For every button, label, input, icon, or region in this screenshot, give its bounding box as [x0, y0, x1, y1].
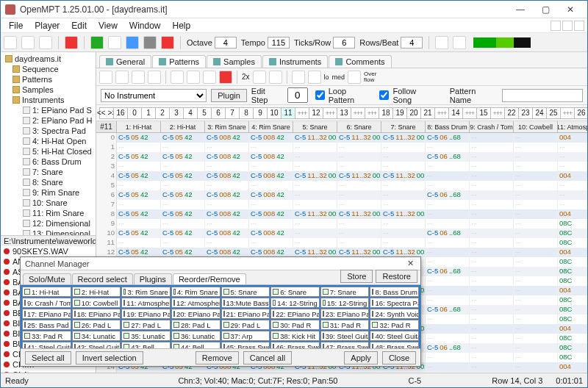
tab-general[interactable]: General [99, 55, 151, 68]
cm-channel[interactable]: 27: Pad L [121, 320, 171, 330]
pattern-cell[interactable]: ··· [514, 248, 558, 257]
pattern-cell[interactable]: ··· [514, 171, 558, 181]
seq-cell[interactable]: 0 [127, 107, 142, 119]
pattern-cell[interactable]: C-500842 [205, 152, 249, 162]
channel-grid[interactable]: 1: Hi-Hat2: Hi-Hat3: Rim Snare4: Rim Sna… [21, 285, 420, 348]
pattern-cell[interactable]: C-50542 [161, 209, 205, 219]
patname-input[interactable] [502, 89, 583, 102]
pattern-cell[interactable]: C-500842 [249, 209, 293, 219]
pattern-cell[interactable]: C-500842 [205, 190, 249, 200]
pattern-cell[interactable]: ··· [161, 238, 205, 248]
pattern-cell[interactable]: ··· [426, 257, 470, 267]
pattern-cell[interactable]: ··· [117, 181, 161, 190]
pattern-cell[interactable]: ··· [426, 372, 470, 373]
tab-samples[interactable]: Samples [207, 55, 262, 68]
tool-icon[interactable] [292, 71, 305, 84]
pattern-cell[interactable]: ··· [470, 229, 514, 238]
seq-cell[interactable]: 2 [155, 107, 170, 119]
cm-channel[interactable]: 38: Kick Hit [270, 331, 320, 341]
tool-icon[interactable] [99, 71, 112, 84]
record-icon[interactable] [219, 71, 232, 84]
pattern-cell[interactable]: 08C [558, 305, 587, 315]
cm-channel[interactable]: 10: Cowbell [72, 298, 121, 308]
channel-header[interactable]: 1: Hi-Hat [117, 121, 161, 132]
pattern-cell[interactable]: ··· [337, 162, 381, 171]
menu-window[interactable]: Window [124, 20, 166, 32]
seq-cell[interactable]: +++ [434, 107, 449, 119]
cm-channel[interactable]: 33: Pad R [22, 331, 71, 341]
menu-file[interactable]: File [4, 20, 28, 32]
seq-cell[interactable]: +++ [490, 107, 505, 119]
pattern-cell[interactable]: ··· [426, 248, 470, 257]
seq-cell[interactable]: 9 [253, 107, 268, 119]
cm-channel[interactable]: 19: EPiano Pad [121, 309, 171, 319]
pattern-cell[interactable]: ··· [426, 295, 470, 305]
seq-cell[interactable]: 10 [267, 107, 282, 119]
tool-icon[interactable] [187, 71, 200, 84]
pattern-cell[interactable]: ··· [249, 143, 293, 152]
pattern-cell[interactable]: ··· [470, 334, 514, 343]
pattern-cell[interactable]: ··· [470, 305, 514, 315]
play-pattern-button[interactable] [108, 36, 121, 49]
tree-instrument[interactable]: 9: Rim Snare [2, 187, 94, 198]
pattern-cell[interactable]: ··· [470, 152, 514, 162]
channel-header[interactable]: 3: Rim Snare [205, 121, 249, 132]
pattern-cell[interactable]: ··· [293, 143, 337, 152]
pattern-cell[interactable]: ··· [514, 276, 558, 286]
pattern-cell[interactable]: ··· [426, 219, 470, 229]
cm-channel[interactable]: 2: Hi-Hat [72, 287, 121, 297]
channel-header[interactable]: 4: Rim Snare [249, 121, 293, 132]
pattern-cell[interactable]: C-511..32002 [381, 171, 426, 181]
cm-channel[interactable]: 35: Lunatic [121, 331, 171, 341]
store-button[interactable]: Store [340, 270, 373, 283]
remove-button[interactable]: Remove [196, 351, 239, 364]
tool-icon[interactable] [115, 71, 129, 84]
tool-icon[interactable] [132, 71, 145, 84]
pattern-cell[interactable]: ··· [205, 372, 249, 373]
close-button[interactable]: ✕ [558, 2, 583, 17]
pattern-cell[interactable]: C-500842 [205, 171, 249, 181]
pattern-cell[interactable]: C-511..32002 [293, 171, 337, 181]
pattern-cell[interactable]: 08C [558, 276, 587, 286]
seq-cell[interactable]: 13 [337, 107, 351, 119]
settings-button[interactable] [435, 36, 448, 49]
pattern-cell[interactable]: ··· [293, 190, 337, 200]
pattern-cell[interactable]: ··· [205, 162, 249, 171]
pattern-cell[interactable]: ··· [161, 219, 205, 229]
cm-channel[interactable]: 16: Spectra Pad [370, 298, 419, 308]
pattern-cell[interactable]: C-511..32002 [381, 209, 426, 219]
update-button[interactable] [453, 36, 466, 49]
tempo-input[interactable] [268, 37, 290, 48]
loop-checkbox[interactable]: Loop Pattern [312, 87, 373, 104]
ticks-input[interactable] [333, 37, 355, 48]
cm-channel[interactable]: 3: Rim Snare [121, 287, 171, 297]
cm-channel[interactable]: 46: Brass Swell [270, 342, 320, 348]
seq-cell[interactable]: 5 [197, 107, 212, 119]
cm-channel[interactable]: 4: Rim Snare [171, 287, 220, 297]
pattern-cell[interactable]: ··· [249, 162, 293, 171]
pattern-cell[interactable]: 004 [558, 171, 587, 181]
pattern-cell[interactable]: ··· [426, 209, 470, 219]
pattern-cell[interactable]: ··· [514, 143, 558, 152]
seq-cell[interactable]: 4 [183, 107, 198, 119]
cm-channel[interactable]: 22: EPiano Pad [270, 309, 320, 319]
pattern-cell[interactable]: ··· [426, 200, 470, 209]
pattern-cell[interactable]: ··· [293, 152, 337, 162]
pattern-cell[interactable]: 08C [558, 267, 587, 276]
tree-instrument[interactable]: 6: Bass Drum [2, 157, 94, 167]
tree-instrument[interactable]: 12: Dimensional [2, 218, 94, 229]
pattern-cell[interactable]: C-506..68 [426, 133, 470, 143]
pause-button[interactable] [126, 36, 139, 49]
pattern-cell[interactable]: ··· [117, 238, 161, 248]
cm-channel[interactable]: 47: Brass Swell [320, 342, 370, 348]
pattern-cell[interactable]: ··· [470, 143, 514, 152]
pattern-cell[interactable]: ··· [558, 143, 587, 152]
pattern-cell[interactable]: 08C [558, 238, 587, 248]
pattern-cell[interactable]: C-50542 [117, 190, 161, 200]
tree-instrument[interactable]: 4: Hi-Hat Open [2, 136, 94, 146]
cm-channel[interactable]: 36: Lunatic [171, 331, 220, 341]
pattern-cell[interactable]: ··· [470, 200, 514, 209]
pattern-cell[interactable]: ··· [426, 171, 470, 181]
pattern-cell[interactable]: ··· [514, 257, 558, 267]
tool-icon[interactable] [203, 71, 216, 84]
